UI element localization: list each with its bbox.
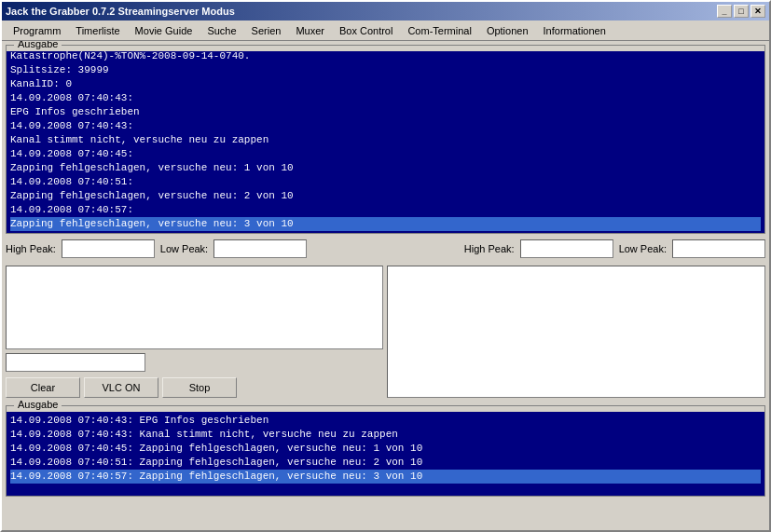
signal-display-right — [387, 266, 766, 398]
log-line: Filename: H:\Filme\2008-09-14-Doku Colum… — [10, 51, 761, 63]
menu-timerliste[interactable]: Timerliste — [68, 23, 127, 38]
menu-muxer[interactable]: Muxer — [288, 23, 332, 38]
menu-serien[interactable]: Serien — [244, 23, 289, 38]
high-peak-1-input[interactable] — [62, 239, 155, 258]
high-peak-1-label: High Peak: — [6, 243, 56, 254]
bottom-log-line: 14.09.2008 07:40:57: Zapping fehlgeschla… — [10, 470, 761, 484]
left-controls: Clear VLC ON Stop — [6, 353, 383, 398]
low-peak-1-label: Low Peak: — [160, 243, 208, 254]
main-window: Jack the Grabber 0.7.2 Streamingserver M… — [0, 0, 771, 532]
low-peak-1-input[interactable] — [213, 239, 307, 258]
menu-bar: Programm Timerliste Movie Guide Suche Se… — [2, 20, 769, 41]
log-line: Zapping fehlgeschlagen, versuche neu: 3 … — [10, 217, 761, 231]
menu-suche[interactable]: Suche — [200, 23, 243, 38]
high-peak-2-label: High Peak: — [464, 243, 515, 254]
menu-informationen[interactable]: Informationen — [536, 23, 613, 38]
log-line: KanalID: 0 — [10, 77, 761, 91]
log-line: 14.09.2008 07:40:45: — [10, 147, 761, 161]
log-line: Kanal stimmt nicht, versuche neu zu zapp… — [10, 133, 761, 147]
bottom-log-line: 14.09.2008 07:40:43: EPG Infos geschrieb… — [10, 414, 761, 428]
stop-button[interactable]: Stop — [162, 377, 237, 398]
bottom-log-line: 14.09.2008 07:40:51: Zapping fehlgeschla… — [10, 456, 761, 470]
button-row: Clear VLC ON Stop — [6, 377, 383, 398]
bottom-ausgabe-label: Ausgabe — [14, 399, 62, 410]
maximize-button[interactable]: □ — [734, 5, 749, 18]
menu-comterminal[interactable]: Com-Terminal — [400, 23, 478, 38]
log-line: Splitsize: 39999 — [10, 63, 761, 77]
log-line: Zapping fehlgeschlagen, versuche neu: 1 … — [10, 161, 761, 175]
log-line: 14.09.2008 07:40:57: — [10, 203, 761, 217]
ausgabe-label: Ausgabe — [14, 41, 62, 49]
title-bar: Jack the Grabber 0.7.2 Streamingserver M… — [2, 2, 769, 20]
bottom-ausgabe-group: Ausgabe 14.09.2008 07:40:43: EPG Infos g… — [6, 405, 765, 497]
signal-display-left — [6, 266, 383, 349]
high-peak-2-input[interactable] — [520, 239, 613, 258]
ausgabe-group: Ausgabe APid 1: 1024APid 2: 0APid 3: 0Fi… — [6, 45, 765, 234]
text-input[interactable] — [6, 353, 145, 372]
main-log-area[interactable]: APid 1: 1024APid 2: 0APid 3: 0Filename: … — [7, 51, 764, 233]
menu-movieguide[interactable]: Movie Guide — [128, 23, 200, 38]
menu-optionen[interactable]: Optionen — [479, 23, 536, 38]
log-line: 14.09.2008 07:40:43: — [10, 119, 761, 133]
log-line: Zapping fehlgeschlagen, versuche neu: 2 … — [10, 189, 761, 203]
log-line: 14.09.2008 07:40:43: — [10, 91, 761, 105]
title-bar-buttons: _ □ ✕ — [717, 5, 765, 18]
clear-button[interactable]: Clear — [6, 377, 80, 398]
title-text: Jack the Grabber 0.7.2 Streamingserver M… — [6, 6, 235, 17]
close-button[interactable]: ✕ — [750, 5, 765, 18]
menu-boxcontrol[interactable]: Box Control — [332, 23, 400, 38]
content-area: Ausgabe APid 1: 1024APid 2: 0APid 3: 0Fi… — [2, 41, 769, 530]
left-panel: Clear VLC ON Stop — [6, 266, 383, 398]
low-peak-2-label: Low Peak: — [619, 243, 667, 254]
log-line: EPG Infos geschrieben — [10, 105, 761, 119]
middle-section: Clear VLC ON Stop — [6, 266, 765, 398]
minimize-button[interactable]: _ — [717, 5, 732, 18]
bottom-log-line: 14.09.2008 07:40:45: Zapping fehlgeschla… — [10, 442, 761, 456]
peak-row: High Peak: Low Peak: High Peak: Low Peak… — [6, 239, 765, 258]
log-line: 14.09.2008 07:40:51: — [10, 175, 761, 189]
bottom-log-line: 14.09.2008 07:40:43: Kanal stimmt nicht,… — [10, 428, 761, 442]
vlc-on-button[interactable]: VLC ON — [84, 377, 158, 398]
menu-programm[interactable]: Programm — [6, 23, 68, 38]
low-peak-2-input[interactable] — [672, 239, 765, 258]
bottom-log-area[interactable]: 14.09.2008 07:40:43: EPG Infos geschrieb… — [7, 412, 764, 496]
